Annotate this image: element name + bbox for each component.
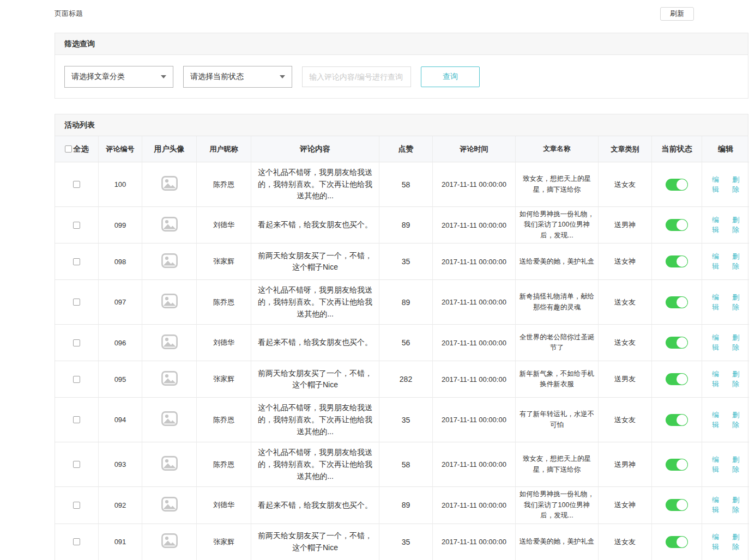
- status-cell: [652, 361, 702, 398]
- edit-link[interactable]: 编辑: [709, 455, 722, 474]
- query-button[interactable]: 查询: [421, 66, 480, 87]
- comment-id: 093: [99, 442, 142, 487]
- status-toggle[interactable]: [666, 373, 688, 385]
- row-checkbox[interactable]: [73, 502, 80, 509]
- column-header-nickname: 用户昵称: [197, 136, 251, 162]
- table-panel-title: 活动列表: [55, 114, 748, 136]
- current-status-select-value: 请选择当前状态: [190, 72, 244, 82]
- edit-link[interactable]: 编辑: [709, 293, 722, 312]
- status-toggle[interactable]: [666, 219, 688, 231]
- avatar-placeholder-icon: [161, 176, 178, 193]
- comment-time: 2017-11-11 00:00:00: [433, 524, 516, 560]
- avatar-cell: [142, 162, 197, 207]
- edit-link[interactable]: 编辑: [709, 175, 722, 194]
- status-toggle[interactable]: [666, 296, 688, 308]
- comment-id: 100: [99, 162, 142, 207]
- article-category-select[interactable]: 请选择文章分类: [64, 66, 173, 88]
- comment-time: 2017-11-11 00:00:00: [433, 442, 516, 487]
- edit-link[interactable]: 编辑: [709, 495, 722, 515]
- delete-link[interactable]: 删除: [729, 495, 742, 515]
- edit-link[interactable]: 编辑: [709, 410, 722, 430]
- select-all-checkbox[interactable]: [65, 145, 72, 153]
- status-cell: [652, 207, 702, 244]
- row-checkbox[interactable]: [73, 181, 80, 188]
- row-checkbox[interactable]: [73, 299, 80, 306]
- comment-content: 看起来不错，给我女朋友也买个。: [251, 487, 379, 524]
- comment-content: 前两天给女朋友买了一个，不错，这个帽子Nice: [251, 244, 379, 280]
- delete-link[interactable]: 删除: [729, 455, 742, 474]
- comment-id: 094: [99, 398, 142, 442]
- table-row: 098 张家辉 前两天给女朋友买了一个，不错，这个帽子Nice 35 2017-…: [55, 244, 748, 280]
- status-toggle[interactable]: [666, 536, 688, 548]
- delete-link[interactable]: 删除: [729, 410, 742, 430]
- edit-link[interactable]: 编辑: [709, 215, 722, 235]
- user-nickname: 陈乔恩: [197, 398, 251, 442]
- edit-link[interactable]: 编辑: [709, 333, 722, 352]
- edit-link[interactable]: 编辑: [709, 252, 722, 271]
- row-checkbox[interactable]: [73, 538, 80, 545]
- comment-content: 这个礼品不错呀，我男朋友给我送的，我特别喜欢。下次再让他给我送其他的...: [251, 442, 379, 487]
- toggle-knob: [677, 179, 687, 190]
- status-toggle[interactable]: [666, 414, 688, 426]
- refresh-button[interactable]: 刷新: [660, 7, 694, 21]
- status-toggle[interactable]: [666, 337, 688, 349]
- comment-time: 2017-11-11 00:00:00: [433, 207, 516, 244]
- toggle-knob: [677, 500, 687, 510]
- user-nickname: 刘德华: [197, 325, 251, 361]
- avatar-cell: [142, 524, 197, 560]
- status-toggle[interactable]: [666, 459, 688, 471]
- current-status-select[interactable]: 请选择当前状态: [183, 66, 292, 88]
- status-cell: [652, 244, 702, 280]
- delete-link[interactable]: 删除: [729, 252, 742, 271]
- avatar-cell: [142, 361, 197, 398]
- actions-cell: 编辑 删除: [702, 524, 749, 560]
- table-row: 096 刘德华 看起来不错，给我女朋友也买个。 56 2017-11-11 00…: [55, 325, 748, 361]
- likes-count: 89: [379, 280, 433, 325]
- row-checkbox[interactable]: [73, 416, 80, 423]
- article-category: 送男神: [599, 442, 652, 487]
- table-header-row: 全选 评论编号 用户头像 用户昵称 评论内容 点赞 评论时间 文章名称 文章类别…: [55, 136, 748, 162]
- select-all-label: 全选: [74, 144, 89, 154]
- column-header-id: 评论编号: [99, 136, 142, 162]
- status-cell: [652, 524, 702, 560]
- actions-cell: 编辑 删除: [702, 442, 749, 487]
- likes-count: 35: [379, 398, 433, 442]
- delete-link[interactable]: 删除: [729, 369, 742, 389]
- row-checkbox[interactable]: [73, 258, 80, 265]
- actions-cell: 编辑 删除: [702, 280, 749, 325]
- delete-link[interactable]: 删除: [729, 293, 742, 312]
- row-checkbox[interactable]: [73, 461, 80, 468]
- edit-link[interactable]: 编辑: [709, 369, 722, 389]
- row-select-cell: [55, 280, 99, 325]
- table-row: 092 刘德华 看起来不错，给我女朋友也买个。 89 2017-11-11 00…: [55, 487, 748, 524]
- column-header-category: 文章类别: [599, 136, 652, 162]
- article-category: 送女友: [599, 325, 652, 361]
- row-checkbox[interactable]: [73, 222, 80, 229]
- user-nickname: 陈乔恩: [197, 162, 251, 207]
- delete-link[interactable]: 删除: [729, 333, 742, 352]
- comment-content: 看起来不错，给我女朋友也买个。: [251, 325, 379, 361]
- user-nickname: 张家辉: [197, 361, 251, 398]
- row-select-cell: [55, 442, 99, 487]
- column-header-status: 当前状态: [652, 136, 702, 162]
- user-nickname: 刘德华: [197, 207, 251, 244]
- delete-link[interactable]: 删除: [729, 532, 742, 552]
- search-input[interactable]: [302, 66, 411, 87]
- status-toggle[interactable]: [666, 179, 688, 191]
- delete-link[interactable]: 删除: [729, 215, 742, 235]
- delete-link[interactable]: 删除: [729, 175, 742, 194]
- status-toggle[interactable]: [666, 255, 688, 267]
- row-select-cell: [55, 398, 99, 442]
- article-category: 送男友: [599, 361, 652, 398]
- row-checkbox[interactable]: [73, 376, 80, 383]
- toggle-knob: [677, 337, 687, 348]
- edit-link[interactable]: 编辑: [709, 532, 722, 552]
- table-row: 099 刘德华 看起来不错，给我女朋友也买个。 89 2017-11-11 00…: [55, 207, 748, 244]
- status-toggle[interactable]: [666, 499, 688, 511]
- table-row: 091 张家辉 前两天给女朋友买了一个，不错，这个帽子Nice 35 2017-…: [55, 524, 748, 560]
- avatar-placeholder-icon: [161, 497, 178, 514]
- row-checkbox[interactable]: [73, 339, 80, 346]
- avatar-placeholder-icon: [161, 411, 178, 428]
- filter-panel-title: 筛选查询: [55, 33, 748, 55]
- toggle-knob: [677, 415, 687, 425]
